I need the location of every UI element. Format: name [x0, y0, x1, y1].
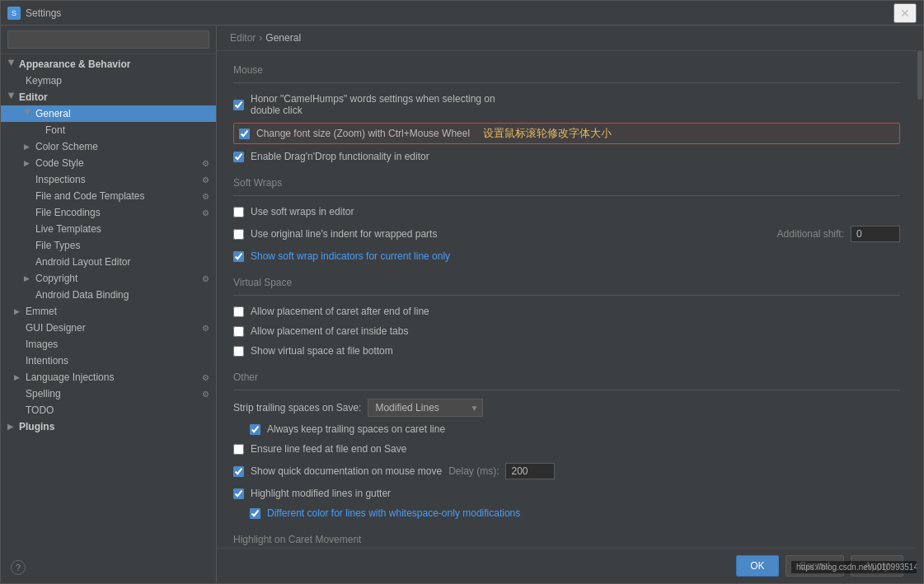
- checkbox-camel-humps-label[interactable]: Honor "CamelHumps" words settings when s…: [233, 93, 495, 116]
- checkbox-caret-tabs[interactable]: [233, 326, 244, 337]
- checkbox-original-indent[interactable]: [233, 229, 244, 240]
- checkbox-diff-whitespace[interactable]: [250, 508, 260, 519]
- scrollbar[interactable]: [917, 26, 923, 583]
- checkbox-diff-whitespace-label[interactable]: Different color for lines with whitespac…: [250, 507, 520, 519]
- checkbox-virtual-space-label[interactable]: Show virtual space at file bottom: [233, 345, 393, 357]
- settings-icon: ⚙: [202, 208, 209, 217]
- sidebar-label: Code Style: [35, 157, 199, 169]
- sidebar-item-file-types[interactable]: File Types: [1, 237, 216, 254]
- scrollbar-thumb[interactable]: [917, 50, 922, 100]
- sidebar-item-inspections[interactable]: Inspections ⚙: [1, 171, 216, 188]
- checkbox-caret-end[interactable]: [233, 306, 244, 317]
- app-icon: S: [7, 7, 21, 20]
- sidebar-label: Language Injections: [26, 371, 199, 383]
- option-soft-wrap-editor: Use soft wraps in editor: [233, 204, 900, 219]
- checkbox-ensure-line-feed-text: Ensure line feed at file end on Save: [251, 443, 406, 455]
- checkbox-soft-wrap-label[interactable]: Use soft wraps in editor: [233, 206, 900, 217]
- checkbox-virtual-space[interactable]: [233, 346, 244, 357]
- checkbox-ensure-line-feed-label[interactable]: Ensure line feed at file end on Save: [233, 443, 406, 455]
- strip-trailing-label: Strip trailing spaces on Save:: [233, 402, 361, 413]
- sidebar-item-color-scheme[interactable]: ▶ Color Scheme: [1, 138, 216, 155]
- main-content: 🔍 ▶ Appearance & Behavior Keymap ▶: [1, 26, 923, 583]
- help-icon[interactable]: ?: [11, 560, 26, 575]
- checkbox-keep-trailing[interactable]: [250, 424, 260, 435]
- settings-icon: ⚙: [202, 390, 209, 399]
- checkbox-font-zoom-text: Change font size (Zoom) with Ctrl+Mouse …: [256, 128, 470, 139]
- sidebar-item-images[interactable]: Images: [1, 336, 216, 353]
- section-divider: [233, 390, 900, 390]
- checkbox-ensure-line-feed[interactable]: [233, 444, 244, 455]
- help-button[interactable]: ?: [11, 560, 26, 575]
- sidebar-item-general[interactable]: ▶ General: [1, 105, 216, 122]
- sidebar-item-code-style[interactable]: ▶ Code Style ⚙: [1, 155, 216, 171]
- checkbox-keep-trailing-label[interactable]: Always keep trailing spaces on caret lin…: [250, 423, 445, 435]
- expand-arrow: ▶: [24, 274, 32, 283]
- checkbox-drag-drop-label[interactable]: Enable Drag'n'Drop functionality in edit…: [233, 151, 429, 162]
- sidebar-item-appearance[interactable]: ▶ Appearance & Behavior: [1, 56, 216, 72]
- sidebar-label: File Types: [35, 240, 209, 251]
- search-input[interactable]: [7, 30, 209, 49]
- checkbox-quick-doc[interactable]: [233, 466, 244, 477]
- sidebar-item-keymap[interactable]: Keymap: [1, 72, 216, 89]
- sidebar-item-emmet[interactable]: ▶ Emmet: [1, 303, 216, 320]
- checkbox-wrap-indicators-label[interactable]: Show soft wrap indicators for current li…: [233, 250, 450, 262]
- sidebar-item-spelling[interactable]: Spelling ⚙: [1, 385, 216, 402]
- checkbox-highlight-modified-label[interactable]: Highlight modified lines in gutter: [233, 488, 391, 499]
- sidebar-item-gui-designer[interactable]: GUI Designer ⚙: [1, 320, 216, 336]
- window-title: Settings: [26, 7, 61, 19]
- checkbox-soft-wrap[interactable]: [233, 207, 244, 217]
- sidebar-item-language-injections[interactable]: ▶ Language Injections ⚙: [1, 369, 216, 385]
- sidebar-label: TODO: [26, 404, 209, 416]
- checkbox-caret-end-text: Allow placement of caret after end of li…: [251, 306, 429, 317]
- option-caret-end: Allow placement of caret after end of li…: [233, 304, 900, 319]
- sidebar-item-file-code-templates[interactable]: File and Code Templates ⚙: [1, 188, 216, 204]
- close-button[interactable]: ✕: [894, 3, 917, 23]
- delay-input[interactable]: [505, 463, 555, 479]
- option-drag-drop: Enable Drag'n'Drop functionality in edit…: [233, 149, 900, 164]
- sidebar-item-copyright[interactable]: ▶ Copyright ⚙: [1, 270, 216, 287]
- checkbox-highlight-modified[interactable]: [233, 488, 244, 499]
- checkbox-quick-doc-text: Show quick documentation on mouse move: [251, 465, 442, 477]
- sidebar-item-file-encodings[interactable]: File Encodings ⚙: [1, 204, 216, 221]
- sidebar-label: Appearance & Behavior: [19, 58, 209, 70]
- section-title-mouse: Mouse: [233, 64, 900, 76]
- checkbox-drag-drop-text: Enable Drag'n'Drop functionality in edit…: [251, 151, 429, 162]
- checkbox-wrap-indicators[interactable]: [233, 251, 244, 262]
- sidebar-item-android-data-binding[interactable]: Android Data Binding: [1, 287, 216, 303]
- section-divider: [233, 82, 900, 83]
- sidebar-item-editor[interactable]: ▶ Editor: [1, 89, 216, 105]
- option-ensure-line-feed: Ensure line feed at file end on Save: [233, 442, 900, 456]
- sidebar-item-android-layout-editor[interactable]: Android Layout Editor: [1, 254, 216, 270]
- section-divider: [233, 295, 900, 296]
- breadcrumb-parent: Editor: [230, 32, 256, 44]
- option-wrap-indicators: Show soft wrap indicators for current li…: [233, 249, 900, 264]
- other-section: Other Strip trailing spaces on Save: Non…: [233, 371, 900, 521]
- checkbox-drag-drop[interactable]: [233, 152, 244, 162]
- option-keep-trailing: Always keep trailing spaces on caret lin…: [250, 422, 900, 437]
- checkbox-font-zoom-label[interactable]: Change font size (Zoom) with Ctrl+Mouse …: [239, 128, 470, 139]
- checkbox-original-indent-label[interactable]: Use original line's indent for wrapped p…: [233, 228, 771, 240]
- sidebar-item-font[interactable]: Font: [1, 122, 216, 138]
- checkbox-font-zoom[interactable]: [239, 128, 250, 139]
- sidebar-item-intentions[interactable]: Intentions: [1, 353, 216, 369]
- sidebar-item-plugins[interactable]: ▶ Plugins: [1, 418, 216, 435]
- highlight-caret-section: Highlight on Caret Movement: [233, 534, 900, 548]
- sidebar-label: General: [35, 108, 209, 119]
- settings-content: Mouse Honor "CamelHumps" words settings …: [217, 51, 917, 548]
- sidebar-item-live-templates[interactable]: Live Templates: [1, 221, 216, 237]
- sidebar-label: Copyright: [35, 273, 199, 284]
- checkbox-caret-end-label[interactable]: Allow placement of caret after end of li…: [233, 306, 429, 317]
- sidebar-item-todo[interactable]: TODO: [1, 402, 216, 418]
- checkbox-caret-tabs-label[interactable]: Allow placement of caret inside tabs: [233, 325, 408, 337]
- section-title-soft-wraps: Soft Wraps: [233, 177, 900, 189]
- additional-shift-input[interactable]: [851, 226, 900, 242]
- checkbox-camel-humps[interactable]: [233, 100, 244, 110]
- ok-button[interactable]: OK: [736, 555, 778, 577]
- settings-icon: ⚙: [202, 274, 209, 283]
- strip-trailing-select[interactable]: None All Modified Lines: [368, 399, 483, 417]
- checkbox-wrap-indicators-text: Show soft wrap indicators for current li…: [251, 250, 450, 262]
- expand-arrow: ▶: [7, 423, 16, 431]
- section-title-highlight-caret: Highlight on Caret Movement: [233, 534, 900, 545]
- checkbox-quick-doc-label[interactable]: Show quick documentation on mouse move: [233, 465, 442, 477]
- expand-arrow: ▶: [14, 373, 22, 381]
